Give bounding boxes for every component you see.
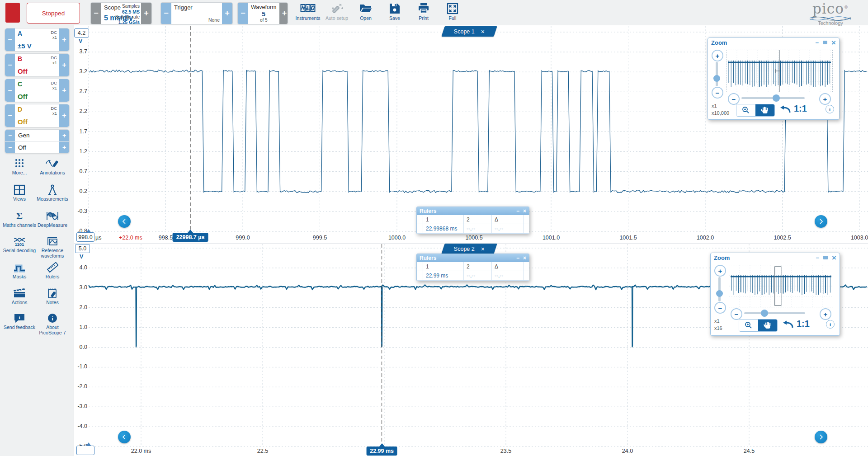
zoom-ratio-button[interactable]: 1:1 bbox=[797, 319, 810, 329]
scope-decrease-button[interactable]: − bbox=[91, 3, 101, 24]
panel-trigger-body[interactable]: TriggerNone bbox=[171, 3, 222, 24]
toolbar-auto-setup-button[interactable]: Auto setup bbox=[324, 3, 350, 24]
tab-close-icon[interactable]: × bbox=[481, 245, 485, 253]
zoom-h-plus-button[interactable]: + bbox=[820, 308, 831, 320]
zoom-v-slider-thumb[interactable] bbox=[713, 75, 720, 82]
sidebar-reference-button[interactable]: Reference waveforms bbox=[36, 236, 69, 259]
generator-increase-button[interactable]: + bbox=[59, 130, 69, 141]
channel-B-increase-button[interactable]: + bbox=[59, 54, 69, 76]
sidebar-rulers-button[interactable]: Rulers bbox=[36, 262, 69, 279]
scope-increase-button[interactable]: + bbox=[141, 3, 151, 24]
generator-increase-button[interactable]: + bbox=[59, 142, 69, 154]
sidebar-maths-button[interactable]: ΣMaths channels bbox=[3, 211, 36, 228]
channel-D-decrease-button[interactable]: − bbox=[5, 104, 15, 127]
channel-C-increase-button[interactable]: + bbox=[59, 79, 69, 102]
zoom-v-plus-button[interactable]: + bbox=[714, 265, 726, 277]
scope2-y-top-box[interactable]: 5.0 bbox=[75, 244, 90, 253]
scope2-ruler-handle-icon[interactable] bbox=[86, 442, 91, 446]
scope2-rulers-panel[interactable]: Rulers−×12Δ22.99 ms--.----.-- bbox=[416, 254, 529, 281]
channel-C-decrease-button[interactable]: − bbox=[5, 79, 15, 102]
channel-B-decrease-button[interactable]: − bbox=[5, 54, 15, 76]
waveform-increase-button[interactable]: + bbox=[279, 3, 288, 24]
sidebar-measurements-button[interactable]: Measurements bbox=[36, 184, 69, 202]
record-stop-indicator[interactable] bbox=[5, 3, 20, 23]
channel-D-card[interactable]: −DDCx1Off+ bbox=[5, 104, 70, 127]
toolbar-full-button[interactable]: Full bbox=[439, 3, 466, 24]
sidebar-notes-button[interactable]: Notes bbox=[36, 288, 69, 305]
waveform-decrease-button[interactable]: − bbox=[238, 3, 248, 24]
zoom-h-minus-button[interactable]: − bbox=[728, 93, 740, 105]
zoom-info-button[interactable]: i bbox=[826, 105, 834, 113]
zoom-maximize-icon[interactable] bbox=[823, 256, 828, 259]
zoom-close-icon[interactable]: × bbox=[831, 39, 836, 47]
zoom-magnifier-button[interactable] bbox=[739, 320, 758, 331]
panel-scope-body[interactable]: Scope5 ms/divSamples62.5 MSSample rate1.… bbox=[101, 3, 141, 24]
scope2-x-first-box[interactable] bbox=[76, 446, 94, 455]
rulers-close-icon[interactable]: × bbox=[523, 255, 526, 261]
scope1-zoom-window[interactable]: Zoom−×+−−+x1x10,0001:1i bbox=[708, 38, 840, 120]
toolbar-open-button[interactable]: Open bbox=[353, 3, 379, 24]
zoom-v-slider[interactable] bbox=[718, 277, 721, 301]
channel-D-increase-button[interactable]: + bbox=[59, 104, 69, 127]
zoom-magnifier-button[interactable] bbox=[736, 104, 755, 116]
rulers-minimize-icon[interactable]: − bbox=[516, 208, 519, 214]
panel-waveform-body[interactable]: Waveform5of 5 bbox=[248, 3, 279, 24]
sidebar-masks-button[interactable]: Masks bbox=[3, 262, 36, 279]
channel-B-card[interactable]: −BDCx1Off+ bbox=[5, 53, 70, 77]
sidebar-serial-button[interactable]: 1101Serial decoding bbox=[3, 236, 36, 253]
scope1-x-first-box[interactable]: 998.0 bbox=[76, 232, 94, 242]
scope2-zoom-window[interactable]: Zoom−×+−−+x1x161:1i bbox=[710, 253, 840, 336]
zoom-h-slider-thumb[interactable] bbox=[761, 310, 768, 317]
sidebar-more-button[interactable]: More... bbox=[3, 158, 36, 175]
scope2-time-ruler-badge[interactable]: 22.99 ms bbox=[366, 447, 397, 456]
zoom-v-plus-button[interactable]: + bbox=[712, 50, 723, 61]
zoom-v-minus-button[interactable]: − bbox=[714, 302, 726, 314]
toolbar-save-button[interactable]: Save bbox=[382, 3, 408, 24]
channel-A-decrease-button[interactable]: − bbox=[5, 28, 15, 51]
channel-A-card[interactable]: −ADCx1±5 V+ bbox=[5, 28, 70, 52]
zoom-maximize-icon[interactable] bbox=[823, 41, 827, 44]
trigger-increase-button[interactable]: + bbox=[222, 3, 232, 24]
scope1-y-top-box[interactable]: 4.2 bbox=[74, 28, 89, 38]
scope2-prev-button[interactable] bbox=[118, 431, 131, 443]
zoom-overview-map[interactable] bbox=[729, 265, 833, 307]
zoom-info-button[interactable]: i bbox=[826, 320, 835, 329]
generator-decrease-button[interactable]: − bbox=[5, 142, 15, 154]
stopped-button[interactable]: Stopped bbox=[27, 3, 80, 24]
scope1-ruler-handle-icon[interactable] bbox=[86, 229, 91, 232]
zoom-v-slider[interactable] bbox=[716, 62, 718, 86]
zoom-close-icon[interactable]: × bbox=[832, 254, 836, 262]
channel-A-increase-button[interactable]: + bbox=[59, 28, 69, 51]
scope1-prev-button[interactable] bbox=[118, 215, 131, 228]
sidebar-actions-button[interactable]: Actions bbox=[3, 288, 36, 305]
zoom-minimize-icon[interactable]: − bbox=[816, 255, 819, 261]
sidebar-feedback-button[interactable]: iSend feedback bbox=[3, 313, 36, 330]
sidebar-about-button[interactable]: iAbout PicoScope 7 bbox=[36, 313, 69, 335]
zoom-v-minus-button[interactable]: − bbox=[712, 87, 723, 99]
trigger-decrease-button[interactable]: − bbox=[161, 3, 171, 24]
zoom-h-slider[interactable] bbox=[744, 312, 805, 314]
zoom-undo-button[interactable] bbox=[779, 105, 791, 115]
zoom-hand-button[interactable] bbox=[758, 320, 777, 331]
sidebar-deepmeasure-button[interactable]: DeepMeasure bbox=[36, 211, 69, 228]
zoom-v-slider-thumb[interactable] bbox=[716, 290, 723, 297]
zoom-overview-map[interactable] bbox=[726, 50, 833, 92]
zoom-minimize-icon[interactable]: − bbox=[815, 40, 819, 46]
scope1-next-button[interactable] bbox=[815, 215, 827, 228]
scope1-time-ruler-badge[interactable]: 22998.7 µs bbox=[173, 233, 208, 242]
channel-C-card[interactable]: −CDCx1Off+ bbox=[5, 79, 70, 102]
scope1-rulers-panel[interactable]: Rulers−×12Δ22.99868 ms--.----.-- bbox=[416, 207, 529, 234]
zoom-h-plus-button[interactable]: + bbox=[819, 93, 831, 105]
generator-card[interactable]: −Gen+−Off+ bbox=[5, 129, 70, 154]
rulers-close-icon[interactable]: × bbox=[523, 208, 526, 214]
scope2-next-button[interactable] bbox=[815, 431, 827, 443]
scope2-tab[interactable]: Scope 2× bbox=[441, 244, 497, 254]
zoom-undo-button[interactable] bbox=[782, 320, 794, 330]
zoom-hand-button[interactable] bbox=[755, 104, 774, 116]
zoom-h-slider-thumb[interactable] bbox=[773, 94, 780, 102]
zoom-h-minus-button[interactable]: − bbox=[731, 308, 742, 320]
sidebar-views-button[interactable]: Views bbox=[3, 184, 36, 202]
toolbar-instruments-button[interactable]: Instruments bbox=[295, 3, 321, 24]
generator-decrease-button[interactable]: − bbox=[5, 130, 15, 141]
zoom-ratio-button[interactable]: 1:1 bbox=[794, 103, 807, 114]
